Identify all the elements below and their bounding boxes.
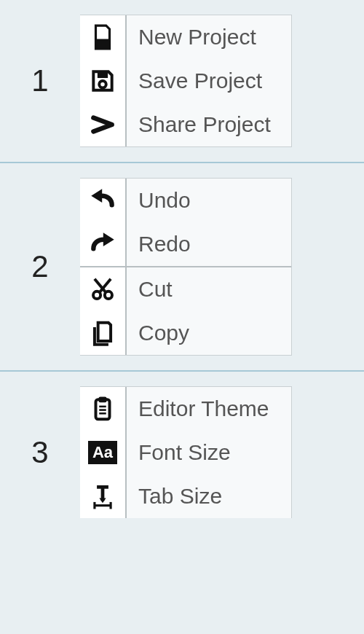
section-2: 2 Undo Redo Cut bbox=[0, 163, 364, 370]
svg-point-1 bbox=[99, 81, 106, 88]
menu-item-label: Font Size bbox=[127, 431, 291, 474]
menu-item-label: Copy bbox=[127, 311, 291, 355]
menu-item-label: New Project bbox=[127, 15, 291, 59]
save-project-icon bbox=[80, 59, 127, 103]
menu-item-label: Redo bbox=[127, 222, 291, 266]
font-size-icon: Aa bbox=[80, 431, 127, 474]
tab-size-icon bbox=[80, 474, 127, 518]
menu-item-label: Undo bbox=[127, 179, 291, 222]
menu-item-save-project[interactable]: Save Project bbox=[80, 59, 291, 103]
section-1: 1 New Project Save Project Share Project bbox=[0, 0, 364, 162]
menu-item-label: Tab Size bbox=[127, 474, 291, 518]
menu-item-share-project[interactable]: Share Project bbox=[80, 103, 291, 146]
cut-icon bbox=[80, 267, 127, 311]
svg-rect-0 bbox=[98, 71, 108, 77]
menu-item-cut[interactable]: Cut bbox=[80, 266, 291, 311]
menu-item-label: Save Project bbox=[127, 59, 291, 103]
section-number-1: 1 bbox=[0, 63, 80, 98]
section-number-3: 3 bbox=[0, 435, 80, 470]
menu-item-label: Editor Theme bbox=[127, 387, 291, 431]
section-number-2: 2 bbox=[0, 249, 80, 284]
menu-item-label: Share Project bbox=[127, 103, 291, 146]
menu-group-2-0: Editor Theme Aa Font Size Tab Size bbox=[80, 386, 292, 518]
copy-icon bbox=[80, 311, 127, 355]
share-project-icon bbox=[80, 103, 127, 146]
menu-item-undo[interactable]: Undo bbox=[80, 179, 291, 222]
menu-group-1: Undo Redo Cut Copy bbox=[80, 178, 292, 356]
menu-item-redo[interactable]: Redo bbox=[80, 222, 291, 266]
clipboard-icon bbox=[80, 387, 127, 431]
new-project-icon bbox=[80, 15, 127, 59]
menu-item-tab-size[interactable]: Tab Size bbox=[80, 474, 291, 518]
svg-rect-5 bbox=[99, 397, 106, 402]
menu-reference: 1 New Project Save Project Share Project bbox=[0, 0, 364, 533]
menu-group-0-0: New Project Save Project Share Project bbox=[80, 15, 292, 147]
menu-item-font-size[interactable]: Aa Font Size bbox=[80, 431, 291, 474]
menu-item-new-project[interactable]: New Project bbox=[80, 15, 291, 59]
undo-icon bbox=[80, 179, 127, 222]
menu-item-label: Cut bbox=[127, 267, 291, 311]
menu-item-editor-theme[interactable]: Editor Theme bbox=[80, 387, 291, 431]
section-3: 3 Editor Theme Aa Font Size Tab Size bbox=[0, 372, 364, 533]
redo-icon bbox=[80, 222, 127, 266]
menu-item-copy[interactable]: Copy bbox=[80, 311, 291, 355]
